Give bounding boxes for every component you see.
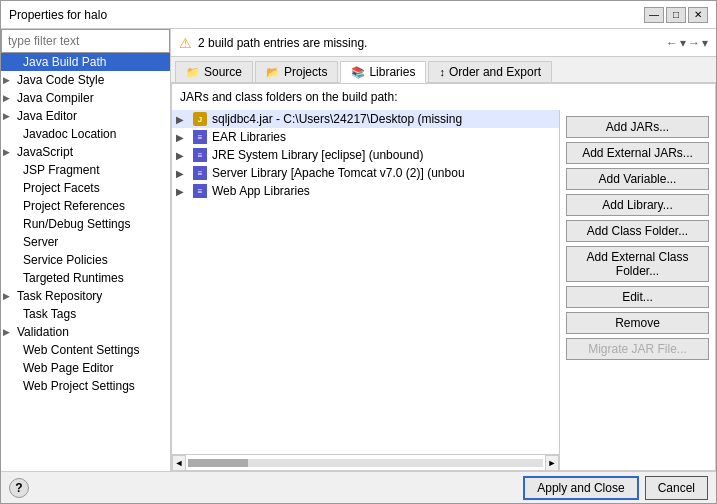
scroll-thumb[interactable] [188, 459, 248, 467]
add-class-folder--button[interactable]: Add Class Folder... [566, 220, 709, 242]
sidebar-item-label: Validation [17, 325, 69, 339]
sidebar-item-java-compiler[interactable]: ▶Java Compiler [1, 89, 170, 107]
filter-input[interactable] [1, 29, 170, 53]
help-button[interactable]: ? [9, 478, 29, 498]
sidebar-item-java-build-path[interactable]: Java Build Path [1, 53, 170, 71]
add-library--button[interactable]: Add Library... [566, 194, 709, 216]
sidebar-item-java-code-style[interactable]: ▶Java Code Style [1, 71, 170, 89]
nav-forward-icon[interactable]: → [688, 36, 700, 50]
tree-item-label: EAR Libraries [212, 130, 286, 144]
nav-back-icon[interactable]: ← [666, 36, 678, 50]
sidebar-item-javascript[interactable]: ▶JavaScript [1, 143, 170, 161]
libraries-panel: JARs and class folders on the build path… [171, 83, 716, 471]
sidebar: Java Build Path▶Java Code Style▶Java Com… [1, 29, 171, 471]
main-area: Java Build Path▶Java Code Style▶Java Com… [1, 29, 716, 471]
maximize-button[interactable]: □ [666, 7, 686, 23]
sidebar-item-java-editor[interactable]: ▶Java Editor [1, 107, 170, 125]
sidebar-item-web-project-settings[interactable]: Web Project Settings [1, 377, 170, 395]
lib-icon: ≡ [192, 184, 208, 198]
minimize-button[interactable]: — [644, 7, 664, 23]
sidebar-item-label: Java Editor [17, 109, 77, 123]
tabs-bar: 📁Source📂Projects📚Libraries↕Order and Exp… [171, 57, 716, 83]
expand-arrow-icon: ▶ [3, 327, 15, 337]
edit--button[interactable]: Edit... [566, 286, 709, 308]
tree-item[interactable]: ▶≡JRE System Library [eclipse] (unbound) [172, 146, 559, 164]
scroll-right-button[interactable]: ► [545, 455, 559, 471]
nav-arrows: ← ▾ → ▾ [666, 36, 708, 50]
tab-order-and-export[interactable]: ↕Order and Export [428, 61, 552, 82]
sidebar-item-label: Task Repository [17, 289, 102, 303]
cancel-button[interactable]: Cancel [645, 476, 708, 500]
sidebar-item-service-policies[interactable]: Service Policies [1, 251, 170, 269]
tree-item[interactable]: ▶≡Server Library [Apache Tomcat v7.0 (2)… [172, 164, 559, 182]
scroll-track[interactable] [188, 459, 543, 467]
sidebar-item-label: Java Compiler [17, 91, 94, 105]
tree-item-label: Web App Libraries [212, 184, 310, 198]
tree-item[interactable]: ▶Jsqljdbc4.jar - C:\Users\24217\Desktop … [172, 110, 559, 128]
sidebar-item-jsp-fragment[interactable]: JSP Fragment [1, 161, 170, 179]
sidebar-item-label: Web Page Editor [23, 361, 114, 375]
tab-label: Order and Export [449, 65, 541, 79]
apply-close-button[interactable]: Apply and Close [523, 476, 638, 500]
sidebar-item-server[interactable]: Server [1, 233, 170, 251]
sidebar-list: Java Build Path▶Java Code Style▶Java Com… [1, 53, 170, 471]
sidebar-item-project-facets[interactable]: Project Facets [1, 179, 170, 197]
expand-arrow-icon: ▶ [3, 75, 15, 85]
tree-expand-icon: ▶ [176, 150, 188, 161]
source-tab-icon: 📁 [186, 66, 200, 79]
content-area: ⚠ 2 build path entries are missing. ← ▾ … [171, 29, 716, 471]
add-variable--button[interactable]: Add Variable... [566, 168, 709, 190]
remove-button[interactable]: Remove [566, 312, 709, 334]
sidebar-item-label: JavaScript [17, 145, 73, 159]
sidebar-item-web-page-editor[interactable]: Web Page Editor [1, 359, 170, 377]
sidebar-item-label: Server [23, 235, 58, 249]
expand-arrow-icon: ▶ [3, 147, 15, 157]
warning-bar: ⚠ 2 build path entries are missing. ← ▾ … [171, 29, 716, 57]
nav-dropdown-icon[interactable]: ▾ [680, 36, 686, 50]
lib-icon: ≡ [192, 148, 208, 162]
warning-icon: ⚠ [179, 35, 192, 51]
bottom-bar: ? Apply and Close Cancel [1, 471, 716, 503]
tree-item[interactable]: ▶≡EAR Libraries [172, 128, 559, 146]
panel-label: JARs and class folders on the build path… [172, 84, 715, 110]
tree-item-label: sqljdbc4.jar - C:\Users\24217\Desktop (m… [212, 112, 462, 126]
scroll-left-button[interactable]: ◄ [172, 455, 186, 471]
tree-item-label: Server Library [Apache Tomcat v7.0 (2)] … [212, 166, 465, 180]
tree-expand-icon: ▶ [176, 114, 188, 125]
tab-libraries[interactable]: 📚Libraries [340, 61, 426, 83]
nav-forward-dropdown-icon[interactable]: ▾ [702, 36, 708, 50]
sidebar-item-label: Targeted Runtimes [23, 271, 124, 285]
add-external-jars--button[interactable]: Add External JARs... [566, 142, 709, 164]
sidebar-item-web-content-settings[interactable]: Web Content Settings [1, 341, 170, 359]
add-external-class-folder--button[interactable]: Add External Class Folder... [566, 246, 709, 282]
tree-expand-icon: ▶ [176, 132, 188, 143]
sidebar-item-label: Project References [23, 199, 125, 213]
sidebar-item-targeted-runtimes[interactable]: Targeted Runtimes [1, 269, 170, 287]
tab-source[interactable]: 📁Source [175, 61, 253, 82]
tree-area: ▶Jsqljdbc4.jar - C:\Users\24217\Desktop … [172, 110, 560, 470]
lib-icon: ≡ [192, 166, 208, 180]
tab-projects[interactable]: 📂Projects [255, 61, 338, 82]
sidebar-item-task-tags[interactable]: Task Tags [1, 305, 170, 323]
bottom-actions: Apply and Close Cancel [523, 476, 708, 500]
sidebar-item-validation[interactable]: ▶Validation [1, 323, 170, 341]
close-button[interactable]: ✕ [688, 7, 708, 23]
panel-inner: ▶Jsqljdbc4.jar - C:\Users\24217\Desktop … [172, 110, 715, 470]
sidebar-item-javadoc-location[interactable]: Javadoc Location [1, 125, 170, 143]
sidebar-item-label: Javadoc Location [23, 127, 116, 141]
sidebar-item-label: Task Tags [23, 307, 76, 321]
window-controls: — □ ✕ [644, 7, 708, 23]
horizontal-scrollbar[interactable]: ◄ ► [172, 454, 559, 470]
warning-text: 2 build path entries are missing. [198, 36, 367, 50]
window-title: Properties for halo [9, 8, 107, 22]
jar-icon: J [192, 112, 208, 126]
sidebar-item-run/debug-settings[interactable]: Run/Debug Settings [1, 215, 170, 233]
sidebar-item-project-references[interactable]: Project References [1, 197, 170, 215]
sidebar-item-task-repository[interactable]: ▶Task Repository [1, 287, 170, 305]
sidebar-item-label: Java Build Path [23, 55, 106, 69]
add-jars--button[interactable]: Add JARs... [566, 116, 709, 138]
sidebar-item-label: Web Content Settings [23, 343, 140, 357]
tree-item[interactable]: ▶≡Web App Libraries [172, 182, 559, 200]
tab-label: Projects [284, 65, 327, 79]
tab-label: Libraries [369, 65, 415, 79]
